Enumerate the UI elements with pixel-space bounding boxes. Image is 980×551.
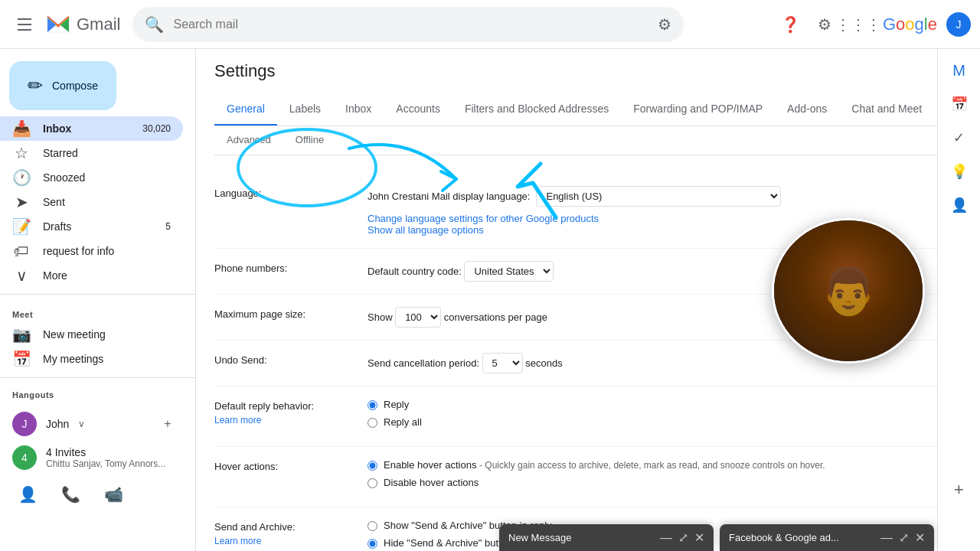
expand-facebook-button[interactable]: ⤢ [899,530,909,545]
right-panel-icons: M 📅 ✓ 💡 👤 + [937,49,980,551]
video-pip: 👨 [772,218,925,364]
sidebar-item-inbox[interactable]: 📥 Inbox 30,020 [0,116,183,141]
undo-label: Undo Send: [214,353,368,373]
send-archive-learn-more[interactable]: Learn more [214,536,368,546]
phone-prefix-label: Default country code: [368,266,464,277]
reply-all-radio[interactable] [368,418,377,428]
subtab-advanced[interactable]: Advanced [214,126,283,155]
close-facebook-button[interactable]: ✕ [915,530,925,545]
sidebar-item-sent[interactable]: ➤ Sent [0,190,183,214]
tab-filters[interactable]: Filters and Blocked Addresses [452,93,621,126]
phone-label: Phone numbers: [214,261,368,282]
show-send-archive-radio[interactable] [368,521,377,531]
settings-section-hover: Hover actions: Enable hover actions - Qu… [214,447,962,507]
right-panel-add-button[interactable]: + [944,474,975,505]
more-chevron-icon: ∨ [12,266,31,285]
right-panel-gmail-icon[interactable]: M [944,55,975,86]
right-panel-keep-icon[interactable]: 💡 [944,156,975,187]
video-icon: 📷 [12,325,31,344]
show-all-lang-link[interactable]: Show all language options [368,224,484,236]
tab-addons[interactable]: Add-ons [775,93,839,126]
invite-info: 4 Invites Chittu Sanjav, Tomy Annors... [46,446,165,469]
undo-prefix-label: Send cancellation period: [368,357,482,369]
sidebar-item-more[interactable]: ∨ More [0,263,183,288]
enable-hover-desc: - Quickly gain access to archive, delete… [479,460,825,471]
menu-button[interactable] [9,9,40,40]
avatar[interactable]: J [946,12,971,37]
hangout-person-icon[interactable]: 👤 [12,479,43,510]
search-filter-icon[interactable]: ⚙ [658,15,671,34]
language-label: Language: [214,186,368,236]
search-input[interactable] [173,18,648,31]
country-code-select[interactable]: United States [464,261,554,282]
right-panel-contacts-icon[interactable]: 👤 [944,190,975,220]
sent-icon: ➤ [12,193,31,211]
invite-item[interactable]: 4 4 Invites Chittu Sanjav, Tomy Annors..… [12,442,183,473]
expand-new-message-button[interactable]: ⤢ [678,530,688,545]
tab-labels[interactable]: Labels [277,93,333,126]
search-bar[interactable]: 🔍 ⚙ [132,7,684,42]
tab-accounts[interactable]: Accounts [384,93,452,126]
subtab-offline[interactable]: Offline [283,126,336,155]
hide-send-archive-radio[interactable] [368,539,377,549]
compose-bar-new-message: New Message — ⤢ ✕ [499,524,714,551]
pagesize-suffix: conversations per page [444,311,547,323]
compose-bar-new-message-header[interactable]: New Message — ⤢ ✕ [499,524,714,551]
reply-radio[interactable] [368,400,377,410]
hangout-video-icon[interactable]: 📹 [98,479,129,510]
sidebar: ✏ Compose 📥 Inbox 30,020 ☆ Starred 🕐 Sno… [0,49,196,551]
help-button[interactable]: ❓ [776,9,806,40]
apps-button[interactable]: ⋮⋮⋮ [843,9,874,40]
disable-hover-label: Disable hover actions [384,477,479,488]
sidebar-item-my-meetings[interactable]: 📅 My meetings [0,347,183,371]
tab-forwarding[interactable]: Forwarding and POP/IMAP [621,93,775,126]
compose-button[interactable]: ✏ Compose [9,61,116,110]
right-panel-tasks-icon[interactable]: ✓ [944,122,975,153]
top-bar: Gmail 🔍 ⚙ ❓ ⚙ ⋮⋮⋮ Google J [0,0,980,49]
disable-hover-radio[interactable] [368,478,377,488]
add-hangout-button[interactable]: + [152,409,183,439]
sidebar-item-starred[interactable]: ☆ Starred [0,141,183,165]
compose-bars: New Message — ⤢ ✕ Facebook & Google ad..… [499,524,934,551]
inbox-badge: 30,020 [142,123,171,134]
compose-bar-facebook-ad-label: Facebook & Google ad... [729,532,839,543]
minimize-new-message-button[interactable]: — [660,531,672,545]
search-icon: 🔍 [145,15,164,34]
sidebar-item-starred-label: Starred [43,147,171,159]
lang-select[interactable]: English (US) [536,186,781,207]
right-panel-calendar-icon[interactable]: 📅 [944,89,975,119]
sidebar-item-new-meeting[interactable]: 📷 New meeting [0,322,183,347]
close-new-message-button[interactable]: ✕ [694,530,704,545]
change-lang-link[interactable]: Change language settings for other Googl… [368,213,599,224]
reply-radio-label: Reply [384,399,409,410]
gmail-logo[interactable]: Gmail [43,9,120,40]
sidebar-item-snoozed[interactable]: 🕐 Snoozed [0,165,183,190]
enable-hover-radio[interactable] [368,461,377,471]
hangout-call-icon[interactable]: 📞 [55,479,86,510]
settings-subtabs: Advanced Offline [214,126,962,155]
compose-bar-facebook-ad-header[interactable]: Facebook & Google ad... — ⤢ ✕ [720,524,934,551]
pagesize-select[interactable]: 100 25 50 [395,307,441,328]
compose-bar-facebook-controls: — ⤢ ✕ [880,530,925,545]
drafts-icon: 📝 [12,217,31,236]
undo-select[interactable]: 5 10 20 30 [482,353,523,373]
minimize-facebook-button[interactable]: — [880,531,893,545]
settings-title: Settings [214,61,962,81]
compose-plus-icon: ✏ [28,75,43,96]
hangout-user[interactable]: J John ∨ + [12,406,183,442]
invite-label: 4 Invites [46,446,165,458]
compose-label: Compose [52,80,98,92]
tab-general[interactable]: General [214,93,277,126]
reply-option: Reply [368,399,962,410]
starred-icon: ☆ [12,144,31,162]
compose-bar-new-message-label: New Message [508,532,571,543]
reply-learn-more[interactable]: Learn more [214,415,368,425]
lang-user-label: John Crestani Mail display language: [368,191,530,202]
tab-inbox[interactable]: Inbox [333,93,384,126]
hangouts-section: Hangouts J John ∨ + 4 4 Invites Chittu S… [0,384,195,522]
gmail-text: Gmail [77,15,120,34]
sidebar-item-request[interactable]: 🏷 request for info [0,239,183,263]
tab-chat[interactable]: Chat and Meet [839,93,934,126]
sidebar-item-drafts[interactable]: 📝 Drafts 5 [0,214,183,239]
inbox-icon: 📥 [12,119,31,138]
